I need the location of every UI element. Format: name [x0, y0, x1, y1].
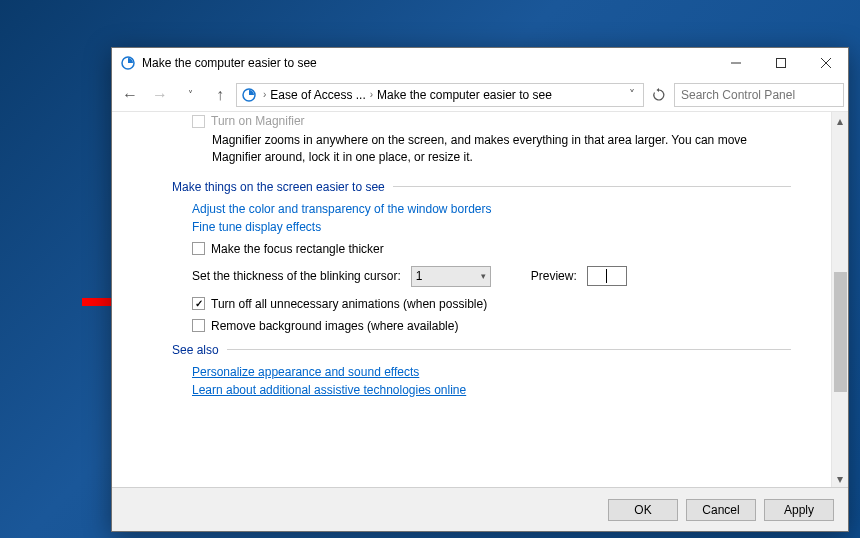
back-button[interactable]: ←: [116, 82, 144, 108]
control-panel-icon: [241, 87, 257, 103]
svg-marker-10: [657, 88, 660, 92]
ok-button[interactable]: OK: [608, 499, 678, 521]
link-display-effects[interactable]: Fine tune display effects: [192, 220, 791, 234]
chevron-right-icon: ›: [370, 89, 373, 100]
forward-button[interactable]: →: [146, 82, 174, 108]
section-make-things: Make things on the screen easier to see: [172, 180, 791, 194]
cursor-thickness-label: Set the thickness of the blinking cursor…: [192, 269, 401, 283]
chevron-down-icon: ▾: [481, 271, 486, 281]
turn-off-animations-label: Turn off all unnecessary animations (whe…: [211, 297, 487, 311]
scrollbar-thumb[interactable]: [834, 272, 847, 392]
cancel-button[interactable]: Cancel: [686, 499, 756, 521]
search-input[interactable]: [674, 83, 844, 107]
breadcrumb-dropdown[interactable]: ˅: [623, 88, 641, 102]
up-button[interactable]: ↑: [206, 82, 234, 108]
minimize-button[interactable]: [713, 48, 758, 78]
maximize-button[interactable]: [758, 48, 803, 78]
scroll-up-icon[interactable]: ▴: [832, 112, 848, 129]
recent-locations-button[interactable]: ˅: [176, 82, 204, 108]
titlebar: Make the computer easier to see: [112, 48, 848, 78]
focus-rectangle-label: Make the focus rectangle thicker: [211, 242, 384, 256]
refresh-button[interactable]: [646, 83, 672, 107]
close-button[interactable]: [803, 48, 848, 78]
breadcrumb[interactable]: › Ease of Access ... › Make the computer…: [236, 83, 644, 107]
vertical-scrollbar[interactable]: ▴ ▾: [831, 112, 848, 487]
control-panel-window: Make the computer easier to see ← → ˅ ↑: [111, 47, 849, 532]
control-panel-icon: [120, 55, 136, 71]
turn-off-animations-checkbox[interactable]: [192, 297, 205, 310]
section-see-also: See also: [172, 343, 791, 357]
cursor-thickness-dropdown[interactable]: 1 ▾: [411, 266, 491, 287]
window-title: Make the computer easier to see: [142, 56, 317, 70]
remove-background-row: Remove background images (where availabl…: [192, 319, 791, 333]
preview-label: Preview:: [531, 269, 577, 283]
cursor-thickness-row: Set the thickness of the blinking cursor…: [192, 266, 791, 287]
link-personalize[interactable]: Personalize appearance and sound effects: [192, 365, 791, 379]
svg-rect-5: [776, 59, 785, 68]
focus-rectangle-checkbox[interactable]: [192, 242, 205, 255]
navbar: ← → ˅ ↑ › Ease of Access ... › Make the …: [112, 78, 848, 112]
breadcrumb-item-ease[interactable]: Ease of Access ...: [270, 88, 365, 102]
cursor-thickness-value: 1: [416, 269, 423, 283]
magnifier-checkbox-row: Turn on Magnifier: [192, 114, 791, 128]
scroll-down-icon[interactable]: ▾: [832, 470, 848, 487]
magnifier-label: Turn on Magnifier: [211, 114, 305, 128]
link-assistive-tech[interactable]: Learn about additional assistive technol…: [192, 383, 791, 397]
magnifier-checkbox[interactable]: [192, 115, 205, 128]
apply-button[interactable]: Apply: [764, 499, 834, 521]
window-controls: [713, 48, 848, 78]
focus-rectangle-row: Make the focus rectangle thicker: [192, 242, 791, 256]
turn-off-animations-row: Turn off all unnecessary animations (whe…: [192, 297, 791, 311]
cursor-preview: [587, 266, 627, 286]
link-window-border-colors[interactable]: Adjust the color and transparency of the…: [192, 202, 791, 216]
dialog-footer: OK Cancel Apply: [112, 487, 848, 531]
content-area: Turn on Magnifier Magnifier zooms in any…: [112, 112, 831, 487]
remove-background-label: Remove background images (where availabl…: [211, 319, 458, 333]
chevron-right-icon: ›: [263, 89, 266, 100]
magnifier-description: Magnifier zooms in anywhere on the scree…: [212, 132, 791, 166]
breadcrumb-item-current[interactable]: Make the computer easier to see: [377, 88, 552, 102]
remove-background-checkbox[interactable]: [192, 319, 205, 332]
